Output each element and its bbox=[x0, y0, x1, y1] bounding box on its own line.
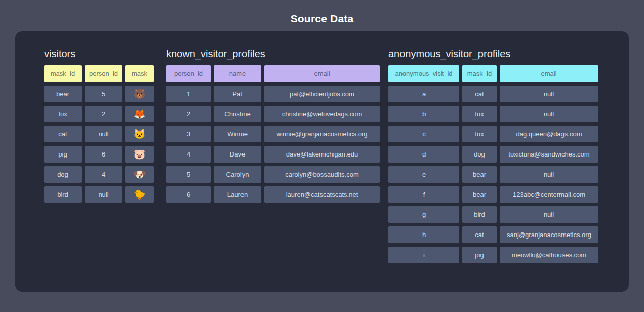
anonymous_visitor_profiles-header-email: email bbox=[500, 65, 598, 82]
visitors-cell-person_id: null bbox=[85, 186, 122, 203]
known_visitor_profiles-cell-name: Dave bbox=[214, 146, 261, 163]
anonymous_visitor_profiles-cell-mask_id: pig bbox=[462, 247, 497, 263]
anonymous_visitor_profiles-cell-email: meowllo@cathouses.com bbox=[500, 247, 598, 263]
visitors-cell-mask_id: dog bbox=[44, 166, 82, 183]
visitors-table-grid: mask_idperson_idmaskbear5🐻fox2🦊catnull🐱p… bbox=[44, 65, 154, 203]
known_visitor_profiles-cell-person_id: 2 bbox=[166, 106, 211, 122]
known_visitor_profiles-cell-person_id: 5 bbox=[166, 166, 211, 183]
known_visitor_profiles-cell-email: lauren@catscatscats.net bbox=[264, 186, 380, 203]
visitors-cell-mask: 🐷 bbox=[125, 146, 154, 163]
anonymous_visitor_profiles-cell-anonymous_visit_id: f bbox=[388, 186, 459, 203]
anonymous_visitor_profiles-cell-mask_id: fox bbox=[462, 106, 497, 122]
known_visitor_profiles-header-name: name bbox=[214, 65, 261, 82]
anonymous_visitor_profiles-cell-email: sanj@granjanacosmetics.org bbox=[500, 226, 598, 243]
anonymous_visitor_profiles-cell-email: null bbox=[500, 206, 598, 223]
known_visitor_profiles-cell-name: Carolyn bbox=[214, 166, 261, 183]
anonymous_visitor_profiles-cell-mask_id: dog bbox=[462, 146, 497, 163]
known_visitor_profiles-cell-email: dave@lakemichigan.edu bbox=[264, 146, 380, 163]
visitors-cell-person_id: null bbox=[85, 126, 122, 142]
visitors-cell-mask: 🐱 bbox=[125, 126, 154, 142]
known_visitor_profiles-header-person_id: person_id bbox=[166, 65, 211, 82]
anonymous_visitor_profiles-cell-mask_id: bear bbox=[462, 166, 497, 183]
visitors-cell-mask: 🦊 bbox=[125, 106, 154, 122]
known_visitor_profiles-cell-name: Pat bbox=[214, 86, 261, 102]
visitors-cell-mask: 🐻 bbox=[125, 86, 154, 102]
known_visitor_profiles-cell-person_id: 4 bbox=[166, 146, 211, 163]
anonymous_visitor_profiles-header-mask_id: mask_id bbox=[462, 65, 497, 82]
anonymous_visitor_profiles-cell-anonymous_visit_id: c bbox=[388, 126, 459, 142]
visitors-header-mask: mask bbox=[125, 65, 154, 82]
visitors-cell-mask: 🐤 bbox=[125, 186, 154, 203]
visitors-cell-person_id: 2 bbox=[85, 106, 122, 122]
visitors-cell-person_id: 4 bbox=[85, 166, 122, 183]
anonymous_visitor_profiles-cell-anonymous_visit_id: i bbox=[388, 247, 459, 263]
anonymous-visitor-profiles-table-grid: anonymous_visit_idmask_idemailacatnullbf… bbox=[388, 65, 598, 263]
visitors-table: visitors mask_idperson_idmaskbear5🐻fox2🦊… bbox=[44, 48, 154, 203]
anonymous_visitor_profiles-cell-mask_id: cat bbox=[462, 226, 497, 243]
visitors-cell-mask_id: cat bbox=[44, 126, 82, 142]
anonymous-visitor-profiles-table-title: anonymous_visitor_profiles bbox=[388, 48, 598, 60]
anonymous_visitor_profiles-cell-email: null bbox=[500, 166, 598, 183]
visitors-cell-mask_id: bird bbox=[44, 186, 82, 203]
anonymous_visitor_profiles-cell-mask_id: bear bbox=[462, 186, 497, 203]
visitors-cell-person_id: 6 bbox=[85, 146, 122, 163]
anonymous_visitor_profiles-cell-anonymous_visit_id: d bbox=[388, 146, 459, 163]
visitors-cell-mask_id: pig bbox=[44, 146, 82, 163]
anonymous_visitor_profiles-cell-email: null bbox=[500, 86, 598, 102]
visitors-header-mask_id: mask_id bbox=[44, 65, 82, 82]
anonymous_visitor_profiles-cell-mask_id: fox bbox=[462, 126, 497, 142]
visitors-cell-mask_id: bear bbox=[44, 86, 82, 102]
known_visitor_profiles-cell-email: christine@welovedags.com bbox=[264, 106, 380, 122]
known-visitor-profiles-table-grid: person_idnameemail1Patpat@efficientjobs.… bbox=[166, 65, 380, 203]
known_visitor_profiles-header-email: email bbox=[264, 65, 380, 82]
visitors-header-person_id: person_id bbox=[85, 65, 122, 82]
anonymous_visitor_profiles-cell-email: toxictuna@sandwiches.com bbox=[500, 146, 598, 163]
anonymous-visitor-profiles-table: anonymous_visitor_profiles anonymous_vis… bbox=[388, 48, 598, 263]
known_visitor_profiles-cell-person_id: 3 bbox=[166, 126, 211, 142]
anonymous_visitor_profiles-cell-email: dag.queen@dags.com bbox=[500, 126, 598, 142]
anonymous_visitor_profiles-cell-email: 123abc@centermail.com bbox=[500, 186, 598, 203]
anonymous_visitor_profiles-cell-anonymous_visit_id: g bbox=[388, 206, 459, 223]
anonymous_visitor_profiles-cell-anonymous_visit_id: e bbox=[388, 166, 459, 183]
known_visitor_profiles-cell-person_id: 1 bbox=[166, 86, 211, 102]
anonymous_visitor_profiles-header-anonymous_visit_id: anonymous_visit_id bbox=[388, 65, 459, 82]
known_visitor_profiles-cell-name: Winnie bbox=[214, 126, 261, 142]
visitors-cell-mask: 🐶 bbox=[125, 166, 154, 183]
known-visitor-profiles-table: known_visitor_profiles person_idnameemai… bbox=[166, 48, 380, 203]
known_visitor_profiles-cell-email: winnie@granjanacosmetics.org bbox=[264, 126, 380, 142]
anonymous_visitor_profiles-cell-mask_id: bird bbox=[462, 206, 497, 223]
anonymous_visitor_profiles-cell-anonymous_visit_id: h bbox=[388, 226, 459, 243]
visitors-table-title: visitors bbox=[44, 48, 154, 60]
page: { "page_title": "Source Data", "colors":… bbox=[0, 0, 644, 312]
anonymous_visitor_profiles-cell-anonymous_visit_id: a bbox=[388, 86, 459, 102]
visitors-cell-mask_id: fox bbox=[44, 106, 82, 122]
anonymous_visitor_profiles-cell-email: null bbox=[500, 106, 598, 122]
page-title: Source Data bbox=[0, 13, 644, 25]
anonymous_visitor_profiles-cell-anonymous_visit_id: b bbox=[388, 106, 459, 122]
known_visitor_profiles-cell-email: carolyn@bossaudits.com bbox=[264, 166, 380, 183]
anonymous_visitor_profiles-cell-mask_id: cat bbox=[462, 86, 497, 102]
known_visitor_profiles-cell-person_id: 6 bbox=[166, 186, 211, 203]
known_visitor_profiles-cell-name: Christine bbox=[214, 106, 261, 122]
known-visitor-profiles-table-title: known_visitor_profiles bbox=[166, 48, 380, 60]
known_visitor_profiles-cell-name: Lauren bbox=[214, 186, 261, 203]
visitors-cell-person_id: 5 bbox=[85, 86, 122, 102]
known_visitor_profiles-cell-email: pat@efficientjobs.com bbox=[264, 86, 380, 102]
